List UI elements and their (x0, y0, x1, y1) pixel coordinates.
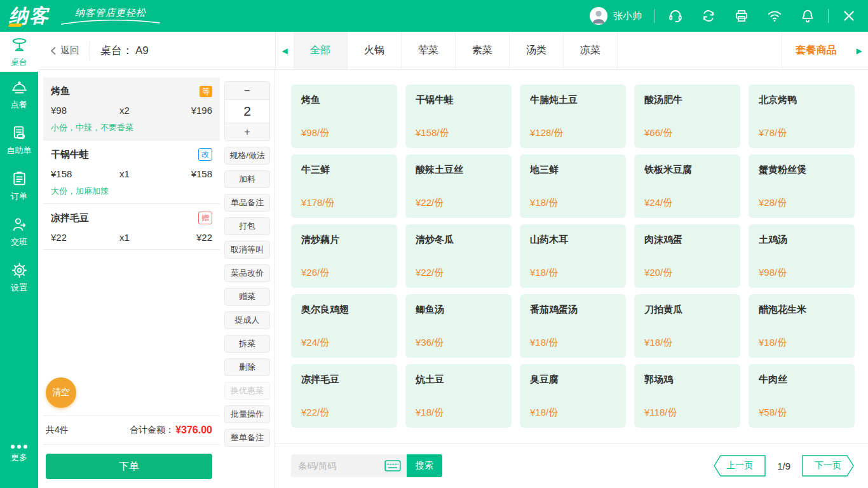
menu-item-card[interactable]: 酸辣土豆丝 ¥22/份 (405, 154, 512, 218)
prev-page-button[interactable]: 上一页 (714, 455, 766, 477)
menu-item-card[interactable]: 地三鲜 ¥18/份 (520, 154, 626, 218)
order-item-badge: 等 (200, 86, 212, 97)
menu-item-card[interactable]: 酸汤肥牛 ¥66/份 (634, 85, 740, 148)
category-tab[interactable]: 汤类 (510, 32, 564, 69)
tabs-scroll-left-icon[interactable]: ◀ (276, 32, 294, 69)
sidebar-item-settings[interactable]: 设置 (0, 255, 38, 301)
quantity-plus-button[interactable]: + (225, 123, 269, 140)
menu-item-card[interactable]: 凉拌毛豆 ¥22/份 (291, 364, 397, 428)
action-button[interactable]: 换优惠菜 (224, 382, 270, 400)
tabs-spacer (618, 32, 782, 69)
back-button[interactable]: 返回 (38, 32, 90, 69)
clipboard-icon (11, 170, 28, 187)
tab-package-goods[interactable]: 套餐商品 (782, 32, 850, 69)
next-page-button[interactable]: 下一页 (802, 455, 854, 477)
menu-item-price: ¥78/份 (759, 127, 844, 139)
category-tab[interactable]: 凉菜 (564, 32, 618, 69)
action-button[interactable]: 规格/做法 (224, 147, 270, 165)
menu-item-card[interactable]: 牛腩炖土豆 ¥128/份 (520, 85, 626, 148)
sidebar-item-orders[interactable]: 订单 (0, 163, 38, 209)
printer-icon[interactable] (734, 8, 749, 24)
menu-item-price: ¥158/份 (416, 127, 501, 139)
menu-item-card[interactable]: 牛肉丝 ¥58/份 (749, 364, 855, 428)
action-button[interactable]: 删除 (224, 358, 270, 376)
sidebar-item-shift-change[interactable]: 交班 (0, 209, 38, 255)
order-items-list: 烤鱼 等 ¥98 x2 ¥196 小份，中辣，不要香菜 干锅牛蛙 改 ¥158 … (43, 78, 220, 250)
content: 烤鱼 等 ¥98 x2 ¥196 小份，中辣，不要香菜 干锅牛蛙 改 ¥158 … (38, 70, 868, 488)
menu-item-card[interactable]: 炕土豆 ¥18/份 (405, 364, 512, 428)
action-button-label: 换优惠菜 (231, 385, 264, 396)
action-button[interactable]: 提成人 (224, 311, 270, 329)
action-button[interactable]: 拆菜 (224, 335, 270, 353)
menu-item-card[interactable]: 奥尔良鸡翅 ¥24/份 (291, 294, 397, 358)
close-app-button[interactable] (841, 8, 857, 24)
category-tab[interactable]: 全部 (294, 32, 348, 69)
app-body: 桌台 点餐 自助单 订单 交班 设置 (0, 32, 868, 488)
menu-item-card[interactable]: 臭豆腐 ¥18/份 (520, 364, 626, 428)
menu-item-price: ¥22/份 (301, 407, 387, 419)
minus-icon: − (244, 85, 250, 97)
menu-item-card[interactable]: 鲫鱼汤 ¥36/份 (405, 294, 512, 358)
order-item-amounts: ¥98 x2 ¥196 (51, 105, 212, 116)
menu-item-name: 刀拍黄瓜 (644, 304, 730, 316)
menu-item-card[interactable]: 清炒藕片 ¥26/份 (291, 224, 397, 288)
clear-order-button[interactable]: 清空 (46, 377, 76, 408)
action-button[interactable]: 取消等叫 (224, 241, 270, 259)
action-button[interactable]: 加料 (224, 170, 270, 188)
wifi-icon[interactable] (767, 8, 782, 24)
action-button[interactable]: 菜品改价 (224, 264, 270, 282)
sidebar-item-self-service[interactable]: 自助单 (0, 118, 38, 163)
order-item[interactable]: 烤鱼 等 ¥98 x2 ¥196 小份，中辣，不要香菜 (43, 78, 220, 140)
menu-item-card[interactable]: 牛三鲜 ¥178/份 (291, 154, 397, 218)
sidebar-item-order-food[interactable]: 点餐 (0, 72, 38, 118)
headset-support-icon[interactable] (668, 8, 683, 24)
sidebar-item-tables[interactable]: 桌台 (0, 32, 38, 72)
menu-item-card[interactable]: 清炒冬瓜 ¥22/份 (405, 224, 512, 288)
order-item-note: 小份，中辣，不要香菜 (51, 122, 212, 133)
menu-item-card[interactable]: 蟹黄粉丝煲 ¥28/份 (749, 154, 855, 218)
menu-item-card[interactable]: 干锅牛蛙 ¥158/份 (405, 85, 512, 148)
menu-item-card[interactable]: 郭场鸡 ¥118/份 (634, 364, 740, 428)
order-item[interactable]: 干锅牛蛙 改 ¥158 x1 ¥158 大份，加麻加辣 (43, 140, 220, 204)
submit-order-button[interactable]: 下单 (46, 454, 212, 479)
receipt-icon (11, 125, 28, 142)
search-button[interactable]: 搜索 (407, 454, 442, 477)
menu-item-price: ¥24/份 (644, 197, 730, 209)
action-button-label: 批量操作 (231, 409, 264, 420)
action-button[interactable]: 单品备注 (224, 194, 270, 212)
category-tabs: ◀ 全部 火锅 荤菜 素菜 汤类 凉菜 套餐商品 ▶ (275, 32, 868, 69)
menu-item-name: 番茄鸡蛋汤 (530, 304, 616, 316)
brand-slogan-text: 纳客管店更轻松 (75, 7, 146, 19)
menu-item-card[interactable]: 烤鱼 ¥98/份 (291, 85, 397, 148)
category-tab[interactable]: 荤菜 (402, 32, 456, 69)
action-button[interactable]: 打包 (224, 217, 270, 235)
order-item[interactable]: 凉拌毛豆 赠 ¥22 x1 ¥22 (43, 204, 220, 250)
sidebar-item-more[interactable]: 更多 (0, 431, 38, 477)
menu-item-card[interactable]: 刀拍黄瓜 ¥18/份 (634, 294, 740, 358)
menu-item-card[interactable]: 土鸡汤 ¥98/份 (749, 224, 855, 288)
menu-item-card[interactable]: 番茄鸡蛋汤 ¥18/份 (520, 294, 626, 358)
menu-item-name: 酸汤肥牛 (644, 94, 730, 106)
category-tab[interactable]: 素菜 (456, 32, 510, 69)
action-button[interactable]: 批量操作 (224, 405, 270, 423)
menu-item-card[interactable]: 北京烤鸭 ¥78/份 (749, 85, 855, 148)
cloud-sync-icon[interactable] (701, 8, 716, 24)
notification-bell-icon[interactable] (800, 8, 815, 24)
menu-item-name: 蟹黄粉丝煲 (759, 164, 844, 176)
topbar-divider (654, 9, 655, 23)
menu-item-name: 土鸡汤 (759, 234, 844, 246)
category-tab[interactable]: 火锅 (348, 32, 402, 69)
action-button[interactable]: 赠菜 (224, 288, 270, 306)
order-item-unit-price: ¥158 (51, 168, 119, 179)
menu-item-card[interactable]: 铁板米豆腐 ¥24/份 (634, 154, 740, 218)
barcode-search-input[interactable] (298, 461, 384, 471)
menu-item-card[interactable]: 肉沫鸡蛋 ¥20/份 (634, 224, 740, 288)
quantity-minus-button[interactable]: − (225, 82, 269, 99)
user-account[interactable]: 张小帅 (590, 7, 642, 25)
menu-item-card[interactable]: 山药木耳 ¥18/份 (520, 224, 626, 288)
tabs-scroll-right-icon[interactable]: ▶ (850, 32, 868, 69)
order-total-value: ¥376.00 (175, 424, 212, 436)
keyboard-icon[interactable] (384, 459, 401, 472)
menu-item-card[interactable]: 醋泡花生米 ¥18/份 (749, 294, 855, 358)
action-button[interactable]: 整单备注 (224, 429, 270, 447)
